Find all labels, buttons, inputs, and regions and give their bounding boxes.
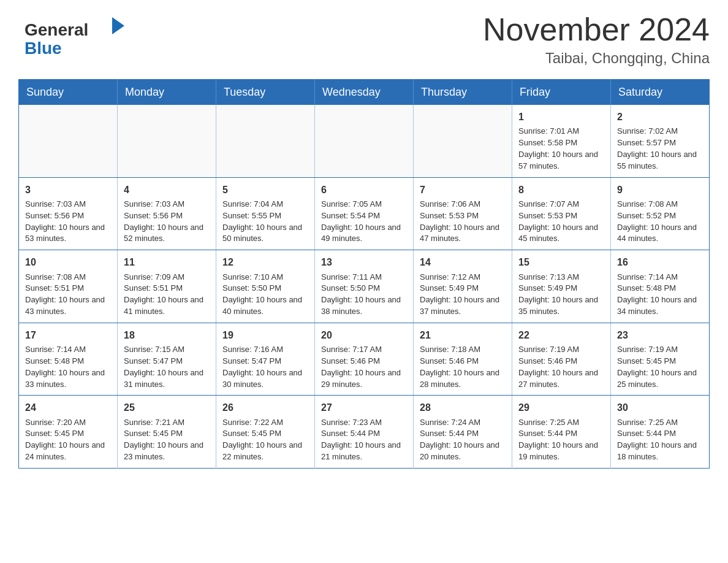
day-number: 15	[518, 255, 604, 269]
calendar-cell	[216, 105, 315, 177]
day-number: 19	[222, 328, 308, 342]
calendar-cell	[414, 105, 512, 177]
svg-text:Blue: Blue	[25, 39, 62, 58]
day-number: 6	[321, 183, 407, 197]
day-number: 10	[25, 255, 111, 269]
calendar-cell: 8Sunrise: 7:07 AM Sunset: 5:53 PM Daylig…	[512, 177, 611, 250]
day-info: Sunrise: 7:22 AM Sunset: 5:45 PM Dayligh…	[222, 417, 308, 463]
day-number: 14	[420, 255, 506, 269]
day-info: Sunrise: 7:07 AM Sunset: 5:53 PM Dayligh…	[518, 199, 604, 245]
day-info: Sunrise: 7:24 AM Sunset: 5:44 PM Dayligh…	[420, 417, 506, 463]
calendar-week-1: 1Sunrise: 7:01 AM Sunset: 5:58 PM Daylig…	[19, 105, 710, 177]
day-info: Sunrise: 7:21 AM Sunset: 5:45 PM Dayligh…	[124, 417, 210, 463]
day-info: Sunrise: 7:23 AM Sunset: 5:44 PM Dayligh…	[321, 417, 407, 463]
day-number: 13	[321, 255, 407, 269]
day-number: 26	[222, 400, 308, 415]
header-tuesday: Tuesday	[216, 80, 315, 105]
svg-text:General: General	[25, 20, 88, 39]
day-number: 29	[518, 400, 604, 415]
day-info: Sunrise: 7:09 AM Sunset: 5:51 PM Dayligh…	[124, 272, 210, 318]
day-number: 27	[321, 400, 407, 415]
calendar-cell: 23Sunrise: 7:19 AM Sunset: 5:45 PM Dayli…	[611, 323, 710, 396]
calendar-week-4: 17Sunrise: 7:14 AM Sunset: 5:48 PM Dayli…	[19, 323, 710, 396]
calendar-cell: 30Sunrise: 7:25 AM Sunset: 5:44 PM Dayli…	[611, 396, 710, 469]
calendar-cell: 20Sunrise: 7:17 AM Sunset: 5:46 PM Dayli…	[315, 323, 414, 396]
calendar-cell: 27Sunrise: 7:23 AM Sunset: 5:44 PM Dayli…	[315, 396, 414, 469]
day-number: 21	[420, 328, 506, 342]
day-number: 16	[617, 255, 703, 269]
calendar-cell: 6Sunrise: 7:05 AM Sunset: 5:54 PM Daylig…	[315, 177, 414, 250]
page-header: General Blue November 2024 Taibai, Chong…	[18, 12, 710, 67]
day-info: Sunrise: 7:05 AM Sunset: 5:54 PM Dayligh…	[321, 199, 407, 245]
day-info: Sunrise: 7:06 AM Sunset: 5:53 PM Dayligh…	[420, 199, 506, 245]
calendar-cell: 5Sunrise: 7:04 AM Sunset: 5:55 PM Daylig…	[216, 177, 315, 250]
day-info: Sunrise: 7:12 AM Sunset: 5:49 PM Dayligh…	[420, 272, 506, 318]
day-number: 17	[25, 328, 111, 342]
calendar-cell: 2Sunrise: 7:02 AM Sunset: 5:57 PM Daylig…	[611, 105, 710, 177]
header-monday: Monday	[118, 80, 216, 105]
day-info: Sunrise: 7:10 AM Sunset: 5:50 PM Dayligh…	[222, 272, 308, 318]
header-saturday: Saturday	[611, 80, 710, 105]
calendar-week-5: 24Sunrise: 7:20 AM Sunset: 5:45 PM Dayli…	[19, 396, 710, 469]
calendar-cell: 11Sunrise: 7:09 AM Sunset: 5:51 PM Dayli…	[118, 250, 216, 323]
day-info: Sunrise: 7:08 AM Sunset: 5:52 PM Dayligh…	[617, 199, 703, 245]
calendar-cell: 14Sunrise: 7:12 AM Sunset: 5:49 PM Dayli…	[414, 250, 512, 323]
calendar-cell: 9Sunrise: 7:08 AM Sunset: 5:52 PM Daylig…	[611, 177, 710, 250]
calendar-week-3: 10Sunrise: 7:08 AM Sunset: 5:51 PM Dayli…	[19, 250, 710, 323]
calendar-cell: 13Sunrise: 7:11 AM Sunset: 5:50 PM Dayli…	[315, 250, 414, 323]
day-number: 30	[617, 400, 703, 415]
day-info: Sunrise: 7:16 AM Sunset: 5:47 PM Dayligh…	[222, 344, 308, 390]
day-info: Sunrise: 7:20 AM Sunset: 5:45 PM Dayligh…	[25, 417, 111, 463]
day-number: 28	[420, 400, 506, 415]
day-info: Sunrise: 7:18 AM Sunset: 5:46 PM Dayligh…	[420, 344, 506, 390]
calendar-cell: 12Sunrise: 7:10 AM Sunset: 5:50 PM Dayli…	[216, 250, 315, 323]
day-number: 20	[321, 328, 407, 342]
month-title: November 2024	[483, 12, 710, 47]
weekday-header-row: Sunday Monday Tuesday Wednesday Thursday…	[19, 80, 710, 105]
calendar-cell	[315, 105, 414, 177]
day-number: 3	[25, 183, 111, 197]
calendar-cell: 10Sunrise: 7:08 AM Sunset: 5:51 PM Dayli…	[19, 250, 118, 323]
day-number: 2	[617, 110, 703, 124]
calendar-cell: 7Sunrise: 7:06 AM Sunset: 5:53 PM Daylig…	[414, 177, 512, 250]
calendar-cell: 22Sunrise: 7:19 AM Sunset: 5:46 PM Dayli…	[512, 323, 611, 396]
calendar-cell	[118, 105, 216, 177]
calendar-cell: 4Sunrise: 7:03 AM Sunset: 5:56 PM Daylig…	[118, 177, 216, 250]
day-info: Sunrise: 7:15 AM Sunset: 5:47 PM Dayligh…	[124, 344, 210, 390]
day-info: Sunrise: 7:25 AM Sunset: 5:44 PM Dayligh…	[617, 417, 703, 463]
day-number: 7	[420, 183, 506, 197]
day-info: Sunrise: 7:14 AM Sunset: 5:48 PM Dayligh…	[617, 272, 703, 318]
calendar-cell: 19Sunrise: 7:16 AM Sunset: 5:47 PM Dayli…	[216, 323, 315, 396]
day-info: Sunrise: 7:03 AM Sunset: 5:56 PM Dayligh…	[25, 199, 111, 245]
day-info: Sunrise: 7:17 AM Sunset: 5:46 PM Dayligh…	[321, 344, 407, 390]
day-number: 24	[25, 400, 111, 415]
day-info: Sunrise: 7:04 AM Sunset: 5:55 PM Dayligh…	[222, 199, 308, 245]
day-number: 5	[222, 183, 308, 197]
day-info: Sunrise: 7:25 AM Sunset: 5:44 PM Dayligh…	[518, 417, 604, 463]
day-number: 9	[617, 183, 703, 197]
day-info: Sunrise: 7:01 AM Sunset: 5:58 PM Dayligh…	[518, 126, 604, 172]
day-info: Sunrise: 7:02 AM Sunset: 5:57 PM Dayligh…	[617, 126, 703, 172]
day-number: 11	[124, 255, 210, 269]
location-title: Taibai, Chongqing, China	[483, 50, 710, 67]
calendar-cell: 21Sunrise: 7:18 AM Sunset: 5:46 PM Dayli…	[414, 323, 512, 396]
calendar-cell: 17Sunrise: 7:14 AM Sunset: 5:48 PM Dayli…	[19, 323, 118, 396]
day-number: 18	[124, 328, 210, 342]
logo-area: General Blue	[18, 12, 132, 61]
calendar-cell: 18Sunrise: 7:15 AM Sunset: 5:47 PM Dayli…	[118, 323, 216, 396]
header-thursday: Thursday	[414, 80, 512, 105]
svg-marker-1	[112, 17, 124, 34]
day-info: Sunrise: 7:13 AM Sunset: 5:49 PM Dayligh…	[518, 272, 604, 318]
header-wednesday: Wednesday	[315, 80, 414, 105]
calendar-cell: 1Sunrise: 7:01 AM Sunset: 5:58 PM Daylig…	[512, 105, 611, 177]
calendar-cell: 25Sunrise: 7:21 AM Sunset: 5:45 PM Dayli…	[118, 396, 216, 469]
header-sunday: Sunday	[19, 80, 118, 105]
day-info: Sunrise: 7:08 AM Sunset: 5:51 PM Dayligh…	[25, 272, 111, 318]
day-number: 4	[124, 183, 210, 197]
calendar-cell	[19, 105, 118, 177]
calendar-cell: 28Sunrise: 7:24 AM Sunset: 5:44 PM Dayli…	[414, 396, 512, 469]
calendar-cell: 16Sunrise: 7:14 AM Sunset: 5:48 PM Dayli…	[611, 250, 710, 323]
day-number: 25	[124, 400, 210, 415]
day-number: 8	[518, 183, 604, 197]
day-info: Sunrise: 7:19 AM Sunset: 5:45 PM Dayligh…	[617, 344, 703, 390]
